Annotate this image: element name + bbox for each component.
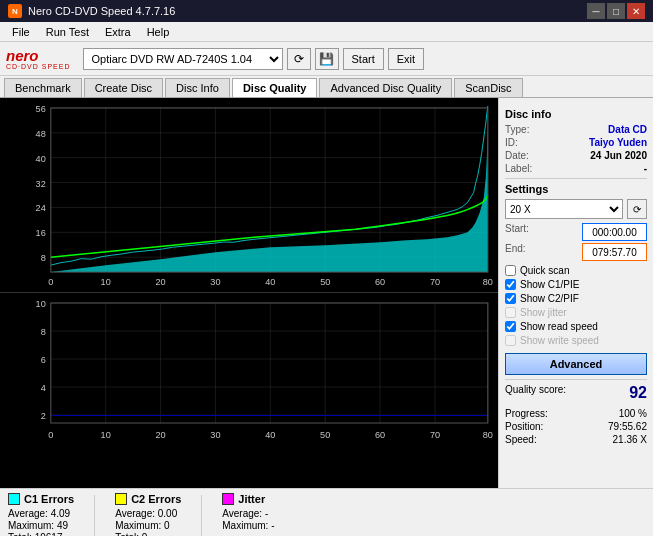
show-read-speed-checkbox[interactable]	[505, 321, 516, 332]
chart-top: 56 48 40 32 24 16 8 0 10 20 30 40 50 60 …	[0, 98, 498, 293]
legend-bar: C1 Errors Average: 4.09 Maximum: 49 Tota…	[0, 488, 653, 536]
end-label: End:	[505, 243, 526, 261]
show-c2-pif-row: Show C2/PIF	[505, 293, 647, 304]
c2-legend-header: C2 Errors	[115, 493, 181, 505]
title-bar: N Nero CD-DVD Speed 4.7.7.16 ─ □ ✕	[0, 0, 653, 22]
start-button[interactable]: Start	[343, 48, 384, 70]
disc-label-row: Label: -	[505, 163, 647, 174]
disc-type-row: Type: Data CD	[505, 124, 647, 135]
title-bar-left: N Nero CD-DVD Speed 4.7.7.16	[8, 4, 175, 18]
svg-text:4: 4	[41, 383, 46, 393]
show-jitter-row: Show jitter	[505, 307, 647, 318]
svg-text:10: 10	[101, 277, 111, 287]
title-bar-controls: ─ □ ✕	[587, 3, 645, 19]
menu-help[interactable]: Help	[139, 24, 178, 40]
svg-text:32: 32	[36, 179, 46, 189]
progress-value: 100 %	[619, 408, 647, 419]
svg-text:70: 70	[430, 430, 440, 440]
c2-legend: C2 Errors Average: 0.00 Maximum: 0 Total…	[115, 493, 181, 536]
svg-text:60: 60	[375, 430, 385, 440]
svg-text:30: 30	[210, 277, 220, 287]
c1-avg-value: 4.09	[51, 508, 70, 519]
start-time-input[interactable]	[582, 223, 647, 241]
svg-text:20: 20	[155, 430, 165, 440]
jitter-avg-label: Average:	[222, 508, 262, 519]
disc-id-label: ID:	[505, 137, 518, 148]
exit-button[interactable]: Exit	[388, 48, 424, 70]
show-c1-pie-row: Show C1/PIE	[505, 279, 647, 290]
svg-text:8: 8	[41, 253, 46, 263]
main-content: 56 48 40 32 24 16 8 0 10 20 30 40 50 60 …	[0, 98, 653, 488]
tab-advanced-disc-quality[interactable]: Advanced Disc Quality	[319, 78, 452, 97]
svg-text:0: 0	[48, 430, 53, 440]
svg-text:10: 10	[101, 430, 111, 440]
svg-text:24: 24	[36, 204, 46, 214]
c2-average: Average: 0.00	[115, 508, 181, 519]
legend-divider-2	[201, 495, 202, 536]
c2-total: Total: 0	[115, 532, 181, 536]
quality-score-value: 92	[629, 384, 647, 402]
svg-text:2: 2	[41, 411, 46, 421]
show-jitter-checkbox[interactable]	[505, 307, 516, 318]
c1-color-box	[8, 493, 20, 505]
c1-max-label: Maximum:	[8, 520, 54, 531]
c2-legend-label: C2 Errors	[131, 493, 181, 505]
c1-legend-label: C1 Errors	[24, 493, 74, 505]
right-panel: Disc info Type: Data CD ID: Taiyo Yuden …	[498, 98, 653, 488]
maximize-button[interactable]: □	[607, 3, 625, 19]
show-c2-pif-checkbox[interactable]	[505, 293, 516, 304]
position-label: Position:	[505, 421, 543, 432]
show-jitter-label: Show jitter	[520, 307, 567, 318]
chart-bottom-svg: 10 8 6 4 2 0 10 20 30 40 50 60 70 80	[0, 293, 498, 448]
minimize-button[interactable]: ─	[587, 3, 605, 19]
show-write-speed-row: Show write speed	[505, 335, 647, 346]
svg-text:6: 6	[41, 355, 46, 365]
drive-select[interactable]: Optiarc DVD RW AD-7240S 1.04	[83, 48, 283, 70]
c1-total-value: 19617	[35, 532, 63, 536]
tab-create-disc[interactable]: Create Disc	[84, 78, 163, 97]
jitter-legend: Jitter Average: - Maximum: -	[222, 493, 274, 536]
tab-bar: Benchmark Create Disc Disc Info Disc Qua…	[0, 76, 653, 98]
quick-scan-checkbox[interactable]	[505, 265, 516, 276]
start-row: Start:	[505, 223, 647, 241]
nero-logo: nero CD·DVD SPEED	[6, 48, 71, 70]
tab-disc-info[interactable]: Disc Info	[165, 78, 230, 97]
svg-text:50: 50	[320, 430, 330, 440]
svg-rect-48	[52, 415, 487, 416]
progress-section: Progress: 100 % Position: 79:55.62 Speed…	[505, 408, 647, 445]
settings-refresh-btn[interactable]: ⟳	[627, 199, 647, 219]
advanced-button[interactable]: Advanced	[505, 353, 647, 375]
show-write-speed-label: Show write speed	[520, 335, 599, 346]
save-icon-button[interactable]: 💾	[315, 48, 339, 70]
svg-text:0: 0	[48, 277, 53, 287]
end-time-input[interactable]	[582, 243, 647, 261]
tab-scan-disc[interactable]: ScanDisc	[454, 78, 522, 97]
show-c2-pif-label: Show C2/PIF	[520, 293, 579, 304]
speed-label: Speed:	[505, 434, 537, 445]
svg-text:30: 30	[210, 430, 220, 440]
c2-max-value: 0	[164, 520, 170, 531]
app-icon: N	[8, 4, 22, 18]
menu-extra[interactable]: Extra	[97, 24, 139, 40]
speed-select[interactable]: 4 X8 X16 X20 X32 X40 X48 X52 X	[505, 199, 623, 219]
svg-text:40: 40	[36, 154, 46, 164]
c1-total: Total: 19617	[8, 532, 74, 536]
menu-run-test[interactable]: Run Test	[38, 24, 97, 40]
tab-benchmark[interactable]: Benchmark	[4, 78, 82, 97]
jitter-avg-value: -	[265, 508, 268, 519]
svg-text:16: 16	[36, 228, 46, 238]
close-button[interactable]: ✕	[627, 3, 645, 19]
c2-max-label: Maximum:	[115, 520, 161, 531]
refresh-icon-button[interactable]: ⟳	[287, 48, 311, 70]
svg-text:10: 10	[36, 299, 46, 309]
c1-max-value: 49	[57, 520, 68, 531]
svg-text:80: 80	[483, 430, 493, 440]
svg-text:48: 48	[36, 129, 46, 139]
c1-total-label: Total:	[8, 532, 32, 536]
menu-file[interactable]: File	[4, 24, 38, 40]
show-write-speed-checkbox[interactable]	[505, 335, 516, 346]
tab-disc-quality[interactable]: Disc Quality	[232, 78, 318, 97]
show-c1-pie-checkbox[interactable]	[505, 279, 516, 290]
chart-bottom: 10 8 6 4 2 0 10 20 30 40 50 60 70 80	[0, 293, 498, 448]
c1-avg-label: Average:	[8, 508, 48, 519]
